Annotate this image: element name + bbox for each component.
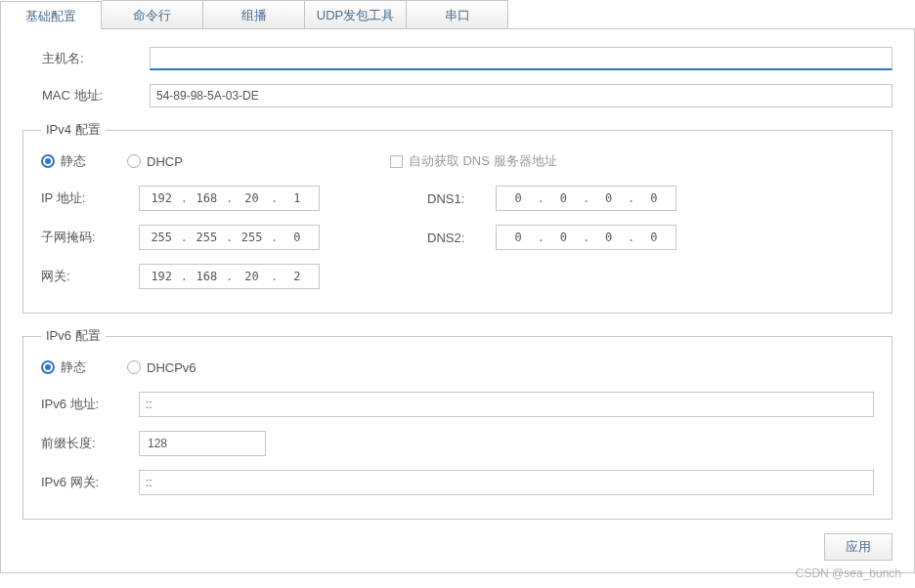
content-panel: 主机名: MAC 地址: IPv4 配置 静态 DHCP 自动获取 DNS 服务… [0, 29, 915, 573]
hostname-label: 主机名: [42, 50, 150, 67]
tab-udp-tool[interactable]: UDP发包工具 [305, 0, 407, 28]
radio-icon [127, 154, 141, 168]
hostname-input[interactable] [150, 47, 893, 70]
radio-icon [127, 360, 141, 374]
mac-input[interactable] [150, 84, 893, 107]
tab-multicast[interactable]: 组播 [203, 0, 305, 28]
ipv6-dhcp-label: DHCPv6 [147, 360, 196, 375]
mask-label: 子网掩码: [41, 229, 139, 246]
ipv4-legend: IPv4 配置 [41, 121, 106, 139]
prefix-label: 前缀长度: [41, 435, 139, 452]
dns2-input[interactable]: 0. 0. 0. 0 [496, 225, 676, 250]
dns1-label: DNS1: [427, 191, 496, 206]
apply-button[interactable]: 应用 [824, 533, 893, 561]
watermark: CSDN @sea_bunch [796, 567, 901, 580]
ipv4-fieldset: IPv4 配置 静态 DHCP 自动获取 DNS 服务器地址 IP 地址: 19… [22, 121, 893, 314]
ipv4-dhcp-label: DHCP [147, 154, 183, 169]
ip-input[interactable]: 192. 168. 20. 1 [139, 186, 320, 211]
mac-label: MAC 地址: [42, 87, 150, 105]
ipv6-static-label: 静态 [61, 358, 86, 376]
dns1-input[interactable]: 0. 0. 0. 0 [496, 186, 676, 211]
tab-cli[interactable]: 命令行 [102, 0, 203, 28]
prefix-input[interactable] [139, 431, 266, 456]
ipv6-addr-input[interactable] [139, 392, 874, 417]
mask-input[interactable]: 255. 255. 255. 0 [139, 225, 320, 250]
ipv6-dhcp-radio[interactable]: DHCPv6 [127, 360, 196, 375]
checkbox-icon [390, 155, 403, 168]
gw-input[interactable]: 192. 168. 20. 2 [139, 264, 320, 289]
tabs-bar: 基础配置 命令行 组播 UDP发包工具 串口 [0, 0, 915, 29]
radio-icon [41, 360, 55, 374]
ipv6-static-radio[interactable]: 静态 [41, 358, 86, 376]
ipv6-addr-label: IPv6 地址: [41, 396, 139, 413]
auto-dns-checkbox[interactable]: 自动获取 DNS 服务器地址 [390, 152, 557, 170]
ipv4-static-label: 静态 [61, 152, 86, 170]
ipv6-gw-input[interactable] [139, 470, 874, 495]
dns2-label: DNS2: [427, 231, 496, 245]
ipv6-gw-label: IPv6 网关: [41, 474, 139, 491]
tab-serial[interactable]: 串口 [407, 0, 508, 28]
ipv6-legend: IPv6 配置 [41, 327, 106, 345]
auto-dns-label: 自动获取 DNS 服务器地址 [409, 152, 557, 170]
ip-label: IP 地址: [41, 189, 139, 207]
radio-icon [41, 154, 55, 168]
tab-basic-config[interactable]: 基础配置 [0, 1, 102, 29]
gw-label: 网关: [41, 268, 139, 285]
ipv4-dhcp-radio[interactable]: DHCP [127, 154, 183, 169]
ipv4-static-radio[interactable]: 静态 [41, 152, 86, 170]
ipv6-fieldset: IPv6 配置 静态 DHCPv6 IPv6 地址: 前缀长度: IPv6 网关… [22, 327, 893, 520]
